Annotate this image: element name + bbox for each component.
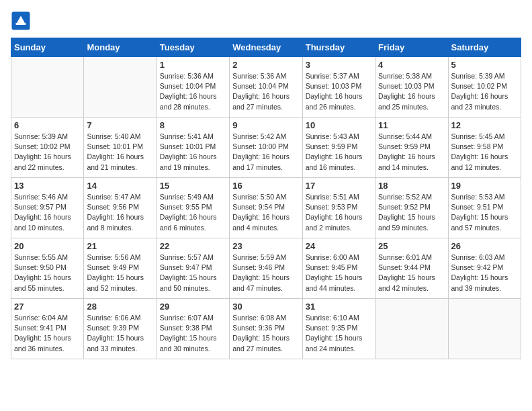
calendar-cell: 20Sunrise: 5:55 AM Sunset: 9:50 PM Dayli… [11,238,84,299]
day-number: 8 [160,120,226,130]
day-number: 11 [378,120,445,130]
day-info: Sunrise: 6:07 AM Sunset: 9:38 PM Dayligh… [160,313,226,354]
day-info: Sunrise: 5:51 AM Sunset: 9:53 PM Dayligh… [306,192,372,233]
weekday-header-row: SundayMondayTuesdayWednesdayThursdayFrid… [11,38,521,57]
day-number: 17 [306,181,372,191]
calendar-cell: 4Sunrise: 5:38 AM Sunset: 10:03 PM Dayli… [375,57,448,118]
day-number: 12 [451,120,518,130]
calendar-cell: 31Sunrise: 6:10 AM Sunset: 9:35 PM Dayli… [302,299,375,359]
day-info: Sunrise: 6:10 AM Sunset: 9:35 PM Dayligh… [306,313,372,354]
day-info: Sunrise: 5:53 AM Sunset: 9:51 PM Dayligh… [451,192,518,233]
week-row-5: 27Sunrise: 6:04 AM Sunset: 9:41 PM Dayli… [11,299,521,359]
day-info: Sunrise: 5:41 AM Sunset: 10:01 PM Daylig… [160,132,226,173]
calendar-cell: 1Sunrise: 5:36 AM Sunset: 10:04 PM Dayli… [157,57,229,118]
calendar-cell: 14Sunrise: 5:47 AM Sunset: 9:56 PM Dayli… [84,178,157,238]
calendar-cell [84,57,157,118]
day-number: 29 [160,302,226,312]
calendar-cell: 26Sunrise: 6:03 AM Sunset: 9:42 PM Dayli… [448,238,521,299]
day-number: 5 [451,60,518,70]
week-row-3: 13Sunrise: 5:46 AM Sunset: 9:57 PM Dayli… [11,178,521,238]
week-row-2: 6Sunrise: 5:39 AM Sunset: 10:02 PM Dayli… [11,118,521,178]
logo [11,11,34,31]
day-info: Sunrise: 5:45 AM Sunset: 9:58 PM Dayligh… [451,132,518,173]
day-info: Sunrise: 6:00 AM Sunset: 9:45 PM Dayligh… [306,253,372,293]
week-row-1: 1Sunrise: 5:36 AM Sunset: 10:04 PM Dayli… [11,57,521,118]
calendar-cell: 21Sunrise: 5:56 AM Sunset: 9:49 PM Dayli… [84,238,157,299]
day-number: 31 [306,302,372,312]
day-number: 24 [306,241,372,251]
calendar-cell: 16Sunrise: 5:50 AM Sunset: 9:54 PM Dayli… [230,178,302,238]
calendar-cell: 18Sunrise: 5:52 AM Sunset: 9:52 PM Dayli… [375,178,448,238]
calendar-cell: 6Sunrise: 5:39 AM Sunset: 10:02 PM Dayli… [11,118,84,178]
calendar-body: 1Sunrise: 5:36 AM Sunset: 10:04 PM Dayli… [11,57,521,359]
calendar-cell: 27Sunrise: 6:04 AM Sunset: 9:41 PM Dayli… [11,299,84,359]
day-number: 9 [232,120,299,130]
calendar-header: SundayMondayTuesdayWednesdayThursdayFrid… [11,38,521,57]
weekday-header-monday: Monday [84,38,157,57]
day-info: Sunrise: 6:06 AM Sunset: 9:39 PM Dayligh… [87,313,153,354]
day-number: 18 [378,181,445,191]
calendar-cell [11,57,84,118]
calendar-cell: 11Sunrise: 5:44 AM Sunset: 9:59 PM Dayli… [375,118,448,178]
day-info: Sunrise: 5:36 AM Sunset: 10:04 PM Daylig… [160,71,226,112]
calendar-cell: 19Sunrise: 5:53 AM Sunset: 9:51 PM Dayli… [448,178,521,238]
day-number: 3 [306,60,372,70]
day-info: Sunrise: 5:50 AM Sunset: 9:54 PM Dayligh… [232,192,299,233]
weekday-header-sunday: Sunday [11,38,84,57]
day-number: 15 [160,181,226,191]
page-header [11,11,521,31]
svg-rect-2 [16,23,26,24]
day-info: Sunrise: 5:44 AM Sunset: 9:59 PM Dayligh… [378,132,445,173]
logo-icon [11,11,31,31]
day-number: 27 [14,302,81,312]
calendar-cell: 25Sunrise: 6:01 AM Sunset: 9:44 PM Dayli… [375,238,448,299]
calendar-cell: 13Sunrise: 5:46 AM Sunset: 9:57 PM Dayli… [11,178,84,238]
day-info: Sunrise: 5:39 AM Sunset: 10:02 PM Daylig… [14,132,81,173]
day-number: 23 [232,241,299,251]
calendar-cell [375,299,448,359]
day-number: 25 [378,241,445,251]
calendar-cell: 3Sunrise: 5:37 AM Sunset: 10:03 PM Dayli… [302,57,375,118]
day-info: Sunrise: 5:59 AM Sunset: 9:46 PM Dayligh… [232,253,299,293]
weekday-header-thursday: Thursday [302,38,375,57]
weekday-header-saturday: Saturday [448,38,521,57]
weekday-header-tuesday: Tuesday [157,38,229,57]
day-info: Sunrise: 5:57 AM Sunset: 9:47 PM Dayligh… [160,253,226,293]
day-number: 10 [306,120,372,130]
day-number: 6 [14,120,81,130]
day-number: 30 [232,302,299,312]
day-info: Sunrise: 5:49 AM Sunset: 9:55 PM Dayligh… [160,192,226,233]
day-number: 28 [87,302,153,312]
calendar-cell: 12Sunrise: 5:45 AM Sunset: 9:58 PM Dayli… [448,118,521,178]
day-number: 2 [232,60,299,70]
calendar-cell: 2Sunrise: 5:36 AM Sunset: 10:04 PM Dayli… [230,57,302,118]
calendar-cell: 7Sunrise: 5:40 AM Sunset: 10:01 PM Dayli… [84,118,157,178]
day-info: Sunrise: 6:03 AM Sunset: 9:42 PM Dayligh… [451,253,518,293]
calendar-cell [448,299,521,359]
day-info: Sunrise: 6:04 AM Sunset: 9:41 PM Dayligh… [14,313,81,354]
day-info: Sunrise: 5:43 AM Sunset: 9:59 PM Dayligh… [306,132,372,173]
day-info: Sunrise: 5:39 AM Sunset: 10:02 PM Daylig… [451,71,518,112]
day-number: 26 [451,241,518,251]
day-number: 1 [160,60,226,70]
day-number: 16 [232,181,299,191]
day-info: Sunrise: 5:55 AM Sunset: 9:50 PM Dayligh… [14,253,81,293]
day-number: 4 [378,60,445,70]
day-info: Sunrise: 5:38 AM Sunset: 10:03 PM Daylig… [378,71,445,112]
day-info: Sunrise: 6:08 AM Sunset: 9:36 PM Dayligh… [232,313,299,354]
day-info: Sunrise: 6:01 AM Sunset: 9:44 PM Dayligh… [378,253,445,293]
day-info: Sunrise: 5:46 AM Sunset: 9:57 PM Dayligh… [14,192,81,233]
day-number: 14 [87,181,153,191]
day-number: 13 [14,181,81,191]
calendar-cell: 24Sunrise: 6:00 AM Sunset: 9:45 PM Dayli… [302,238,375,299]
day-info: Sunrise: 5:37 AM Sunset: 10:03 PM Daylig… [306,71,372,112]
day-number: 22 [160,241,226,251]
weekday-header-friday: Friday [375,38,448,57]
day-number: 19 [451,181,518,191]
day-info: Sunrise: 5:47 AM Sunset: 9:56 PM Dayligh… [87,192,153,233]
day-number: 21 [87,241,153,251]
day-info: Sunrise: 5:52 AM Sunset: 9:52 PM Dayligh… [378,192,445,233]
day-info: Sunrise: 5:42 AM Sunset: 10:00 PM Daylig… [232,132,299,173]
week-row-4: 20Sunrise: 5:55 AM Sunset: 9:50 PM Dayli… [11,238,521,299]
day-info: Sunrise: 5:36 AM Sunset: 10:04 PM Daylig… [232,71,299,112]
